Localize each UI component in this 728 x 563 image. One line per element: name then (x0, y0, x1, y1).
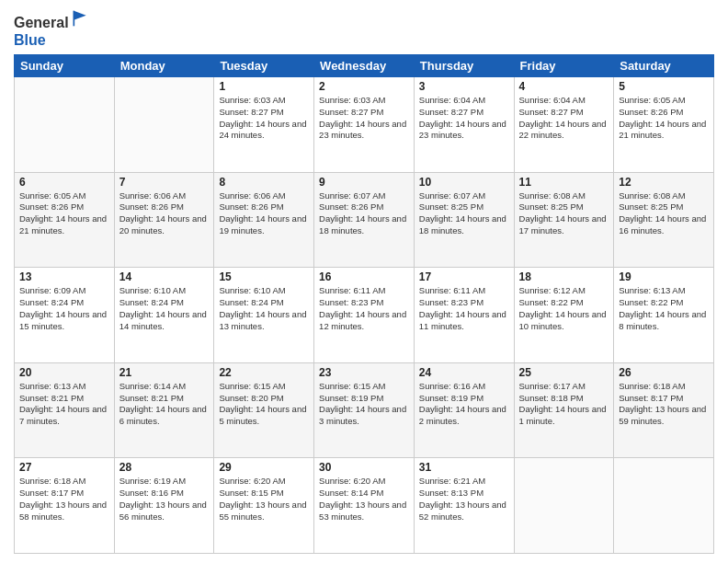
day-info: Sunrise: 6:11 AM Sunset: 8:23 PM Dayligh… (419, 285, 509, 332)
calendar-week-row: 1Sunrise: 6:03 AM Sunset: 8:27 PM Daylig… (15, 77, 714, 173)
calendar-cell: 22Sunrise: 6:15 AM Sunset: 8:20 PM Dayli… (214, 362, 314, 458)
day-info: Sunrise: 6:19 AM Sunset: 8:16 PM Dayligh… (119, 476, 210, 523)
calendar-cell: 8Sunrise: 6:06 AM Sunset: 8:26 PM Daylig… (214, 172, 314, 268)
day-info: Sunrise: 6:03 AM Sunset: 8:27 PM Dayligh… (319, 95, 409, 142)
day-number: 16 (319, 270, 409, 283)
logo-flag-icon (71, 9, 89, 28)
day-number: 29 (219, 461, 309, 474)
calendar-cell: 9Sunrise: 6:07 AM Sunset: 8:26 PM Daylig… (314, 172, 415, 268)
calendar-cell: 7Sunrise: 6:06 AM Sunset: 8:26 PM Daylig… (114, 172, 214, 268)
calendar-cell: 17Sunrise: 6:11 AM Sunset: 8:23 PM Dayli… (414, 268, 514, 363)
day-info: Sunrise: 6:06 AM Sunset: 8:26 PM Dayligh… (219, 190, 309, 237)
day-info: Sunrise: 6:20 AM Sunset: 8:15 PM Dayligh… (219, 476, 309, 523)
calendar-cell: 19Sunrise: 6:13 AM Sunset: 8:22 PM Dayli… (614, 268, 714, 363)
calendar-cell: 29Sunrise: 6:20 AM Sunset: 8:15 PM Dayli… (214, 458, 314, 554)
calendar-cell (15, 77, 115, 173)
day-number: 14 (119, 270, 210, 283)
page: General Blue SundayMondayTuesdayWednesda… (0, 0, 728, 563)
day-number: 31 (419, 461, 509, 474)
svg-marker-0 (74, 11, 85, 20)
day-number: 21 (119, 366, 210, 379)
calendar-cell: 10Sunrise: 6:07 AM Sunset: 8:25 PM Dayli… (414, 172, 514, 268)
day-number: 8 (219, 176, 309, 189)
day-info: Sunrise: 6:13 AM Sunset: 8:21 PM Dayligh… (19, 381, 109, 428)
day-info: Sunrise: 6:08 AM Sunset: 8:25 PM Dayligh… (519, 190, 609, 237)
calendar-cell: 25Sunrise: 6:17 AM Sunset: 8:18 PM Dayli… (514, 362, 614, 458)
calendar-cell (514, 458, 614, 554)
day-number: 3 (419, 80, 509, 93)
day-info: Sunrise: 6:06 AM Sunset: 8:26 PM Dayligh… (119, 190, 210, 237)
calendar-cell (614, 458, 714, 554)
header: General Blue (14, 9, 714, 49)
calendar-week-row: 20Sunrise: 6:13 AM Sunset: 8:21 PM Dayli… (15, 362, 714, 458)
day-info: Sunrise: 6:07 AM Sunset: 8:25 PM Dayligh… (419, 190, 509, 237)
day-number: 7 (119, 176, 210, 189)
day-number: 27 (19, 461, 109, 474)
day-info: Sunrise: 6:03 AM Sunset: 8:27 PM Dayligh… (219, 95, 309, 142)
day-number: 6 (19, 176, 109, 189)
day-info: Sunrise: 6:11 AM Sunset: 8:23 PM Dayligh… (319, 285, 409, 332)
calendar-cell: 18Sunrise: 6:12 AM Sunset: 8:22 PM Dayli… (514, 268, 614, 363)
weekday-header-thursday: Thursday (414, 55, 514, 77)
weekday-header-monday: Monday (114, 55, 214, 77)
day-number: 11 (519, 176, 609, 189)
weekday-header-tuesday: Tuesday (214, 55, 314, 77)
calendar-cell: 27Sunrise: 6:18 AM Sunset: 8:17 PM Dayli… (15, 458, 115, 554)
calendar-cell (114, 77, 214, 173)
day-number: 10 (419, 176, 509, 189)
day-number: 18 (519, 270, 609, 283)
day-info: Sunrise: 6:12 AM Sunset: 8:22 PM Dayligh… (519, 285, 609, 332)
calendar-table: SundayMondayTuesdayWednesdayThursdayFrid… (14, 54, 714, 554)
day-number: 4 (519, 80, 609, 93)
day-info: Sunrise: 6:18 AM Sunset: 8:17 PM Dayligh… (19, 476, 109, 523)
day-number: 20 (19, 366, 109, 379)
calendar-cell: 11Sunrise: 6:08 AM Sunset: 8:25 PM Dayli… (514, 172, 614, 268)
day-number: 17 (419, 270, 509, 283)
day-info: Sunrise: 6:16 AM Sunset: 8:19 PM Dayligh… (419, 381, 509, 428)
day-number: 24 (419, 366, 509, 379)
calendar-cell: 6Sunrise: 6:05 AM Sunset: 8:26 PM Daylig… (15, 172, 115, 268)
calendar-week-row: 6Sunrise: 6:05 AM Sunset: 8:26 PM Daylig… (15, 172, 714, 268)
day-number: 19 (619, 270, 709, 283)
calendar-cell: 21Sunrise: 6:14 AM Sunset: 8:21 PM Dayli… (114, 362, 214, 458)
calendar-cell: 12Sunrise: 6:08 AM Sunset: 8:25 PM Dayli… (614, 172, 714, 268)
day-info: Sunrise: 6:09 AM Sunset: 8:24 PM Dayligh… (19, 285, 109, 332)
day-info: Sunrise: 6:04 AM Sunset: 8:27 PM Dayligh… (519, 95, 609, 142)
day-number: 1 (219, 80, 309, 93)
day-info: Sunrise: 6:17 AM Sunset: 8:18 PM Dayligh… (519, 381, 609, 428)
calendar-cell: 3Sunrise: 6:04 AM Sunset: 8:27 PM Daylig… (414, 77, 514, 173)
day-number: 23 (319, 366, 409, 379)
calendar-cell: 31Sunrise: 6:21 AM Sunset: 8:13 PM Dayli… (414, 458, 514, 554)
calendar-cell: 16Sunrise: 6:11 AM Sunset: 8:23 PM Dayli… (314, 268, 415, 363)
logo-blue: Blue (14, 32, 46, 48)
calendar-cell: 30Sunrise: 6:20 AM Sunset: 8:14 PM Dayli… (314, 458, 415, 554)
calendar-cell: 26Sunrise: 6:18 AM Sunset: 8:17 PM Dayli… (614, 362, 714, 458)
calendar-cell: 14Sunrise: 6:10 AM Sunset: 8:24 PM Dayli… (114, 268, 214, 363)
day-info: Sunrise: 6:14 AM Sunset: 8:21 PM Dayligh… (119, 381, 210, 428)
weekday-header-sunday: Sunday (15, 55, 115, 77)
calendar-cell: 15Sunrise: 6:10 AM Sunset: 8:24 PM Dayli… (214, 268, 314, 363)
logo: General Blue (14, 9, 89, 49)
day-number: 30 (319, 461, 409, 474)
day-number: 9 (319, 176, 409, 189)
calendar-cell: 4Sunrise: 6:04 AM Sunset: 8:27 PM Daylig… (514, 77, 614, 173)
day-info: Sunrise: 6:05 AM Sunset: 8:26 PM Dayligh… (619, 95, 709, 142)
logo-general: General (14, 9, 89, 32)
day-number: 12 (619, 176, 709, 189)
calendar-header-row: SundayMondayTuesdayWednesdayThursdayFrid… (15, 55, 714, 77)
day-info: Sunrise: 6:15 AM Sunset: 8:19 PM Dayligh… (319, 381, 409, 428)
day-info: Sunrise: 6:15 AM Sunset: 8:20 PM Dayligh… (219, 381, 309, 428)
day-number: 28 (119, 461, 210, 474)
weekday-header-wednesday: Wednesday (314, 55, 415, 77)
calendar-week-row: 27Sunrise: 6:18 AM Sunset: 8:17 PM Dayli… (15, 458, 714, 554)
weekday-header-saturday: Saturday (614, 55, 714, 77)
day-info: Sunrise: 6:08 AM Sunset: 8:25 PM Dayligh… (619, 190, 709, 237)
day-info: Sunrise: 6:10 AM Sunset: 8:24 PM Dayligh… (219, 285, 309, 332)
day-number: 25 (519, 366, 609, 379)
day-info: Sunrise: 6:04 AM Sunset: 8:27 PM Dayligh… (419, 95, 509, 142)
calendar-cell: 24Sunrise: 6:16 AM Sunset: 8:19 PM Dayli… (414, 362, 514, 458)
day-number: 15 (219, 270, 309, 283)
calendar-cell: 5Sunrise: 6:05 AM Sunset: 8:26 PM Daylig… (614, 77, 714, 173)
calendar-cell: 20Sunrise: 6:13 AM Sunset: 8:21 PM Dayli… (15, 362, 115, 458)
weekday-header-friday: Friday (514, 55, 614, 77)
